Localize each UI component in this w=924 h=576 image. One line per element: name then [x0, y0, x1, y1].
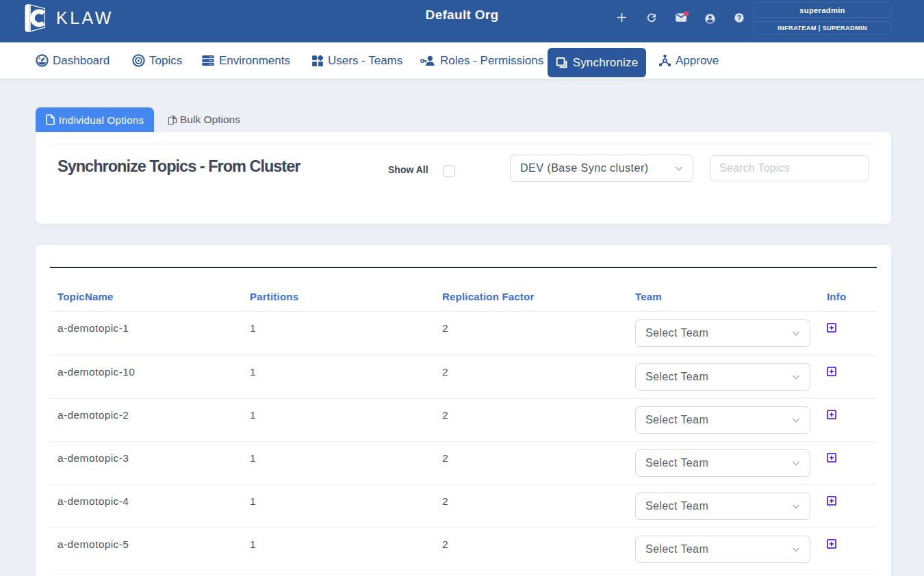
svg-text:?: ? — [737, 14, 741, 22]
